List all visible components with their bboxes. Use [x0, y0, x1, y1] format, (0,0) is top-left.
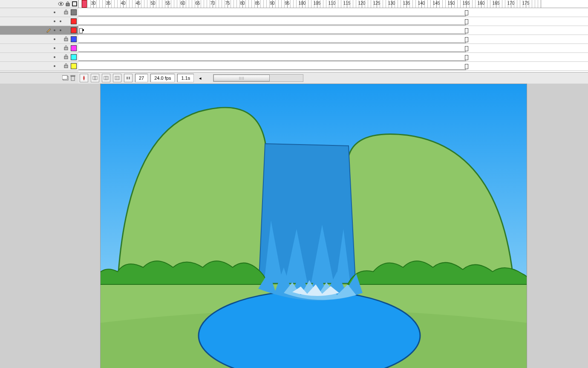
stage-area: [0, 84, 588, 368]
svg-rect-6: [64, 47, 68, 50]
svg-rect-5: [64, 38, 68, 41]
layer-color-swatch[interactable]: [71, 36, 77, 42]
visibility-dot[interactable]: [54, 38, 55, 40]
layer-row[interactable]: [0, 44, 78, 53]
frame-span: [78, 43, 466, 43]
ruler-label: 160: [478, 1, 485, 6]
ruler-label: 75: [225, 1, 230, 6]
onion-skin-outlines-button[interactable]: [102, 74, 110, 82]
timeline-scrollbar[interactable]: ||||: [213, 74, 303, 82]
ruler-label: 90: [270, 1, 274, 6]
keyframe-marker[interactable]: [465, 19, 468, 24]
ruler-label: 60: [180, 1, 185, 6]
layer-row[interactable]: [0, 62, 78, 71]
keyframe-marker[interactable]: [465, 10, 468, 15]
visibility-dot[interactable]: [54, 65, 55, 67]
trash-icon[interactable]: [70, 75, 77, 81]
svg-point-1: [60, 3, 62, 5]
frame-track[interactable]: [78, 26, 588, 35]
layer-row[interactable]: [0, 53, 78, 62]
keyframe-marker[interactable]: [465, 64, 468, 69]
svg-point-15: [83, 77, 85, 79]
layer-color-swatch[interactable]: [71, 18, 77, 24]
svg-rect-16: [93, 76, 95, 80]
layer-color-swatch[interactable]: [71, 63, 77, 69]
svg-rect-2: [66, 3, 69, 6]
timeline-ruler[interactable]: 3035404550556065707580859095100105110115…: [78, 0, 588, 8]
timeline-status-bar: 27 24.0 fps 1.1s ◂ ||||: [78, 72, 588, 84]
frame-track[interactable]: [78, 62, 588, 71]
elapsed-time-field[interactable]: 1.1s: [177, 74, 194, 82]
playhead[interactable]: [82, 0, 87, 8]
layer-color-swatch[interactable]: [71, 45, 77, 51]
ruler-label: 155: [463, 1, 470, 6]
scroll-left-button[interactable]: ◂: [196, 74, 204, 82]
ruler-label: 85: [255, 1, 259, 6]
keyframe-marker[interactable]: [79, 28, 83, 33]
bush-left: [101, 261, 267, 284]
visibility-dot[interactable]: [54, 56, 55, 58]
frame-track[interactable]: [78, 35, 588, 44]
ruler-label: 40: [121, 1, 125, 6]
ruler-label: 100: [299, 1, 306, 6]
lock-icon[interactable]: [65, 1, 71, 7]
waterfall-scene: [101, 84, 527, 368]
frame-track[interactable]: [78, 17, 588, 26]
svg-rect-7: [64, 56, 68, 59]
frame-track[interactable]: [78, 53, 588, 62]
current-frame-field[interactable]: 27: [135, 74, 148, 82]
stage-canvas[interactable]: [100, 84, 527, 368]
svg-rect-17: [95, 76, 97, 80]
keyframe-marker[interactable]: [465, 37, 468, 42]
keyframe-marker[interactable]: [465, 55, 468, 60]
lock-icon[interactable]: [64, 45, 69, 50]
eye-icon[interactable]: [58, 1, 64, 7]
layers-header: [0, 0, 78, 8]
center-playhead-button[interactable]: [80, 74, 88, 82]
new-layer-icon[interactable]: [62, 75, 69, 81]
ruler-label: 125: [373, 1, 380, 6]
layer-color-swatch[interactable]: [71, 27, 77, 33]
visibility-dot[interactable]: [54, 47, 55, 49]
layer-row[interactable]: [0, 17, 78, 26]
svg-rect-20: [115, 76, 119, 80]
visibility-dot[interactable]: [54, 29, 55, 31]
ruler-label: 170: [507, 1, 515, 6]
lock-icon[interactable]: [64, 9, 69, 14]
visibility-dot[interactable]: [54, 20, 55, 22]
layer-row[interactable]: [0, 8, 78, 17]
lock-icon[interactable]: [64, 36, 69, 41]
layers-footer: [0, 72, 78, 84]
ruler-label: 140: [418, 1, 425, 6]
frame-track[interactable]: [78, 44, 588, 53]
keyframe-marker[interactable]: [465, 28, 468, 33]
ruler-label: 80: [240, 1, 245, 6]
onion-markers-button[interactable]: [124, 74, 133, 82]
svg-rect-13: [71, 75, 75, 76]
svg-rect-12: [71, 76, 75, 81]
svg-rect-3: [72, 2, 77, 6]
layer-color-swatch[interactable]: [71, 54, 77, 60]
svg-rect-11: [62, 75, 67, 79]
lock-icon[interactable]: [64, 54, 69, 59]
lock-dot[interactable]: [60, 29, 61, 31]
layer-color-swatch[interactable]: [71, 9, 77, 15]
outline-icon[interactable]: [72, 1, 78, 7]
frame-span: [78, 70, 466, 70]
ruler-label: 50: [150, 1, 155, 6]
lock-icon[interactable]: [64, 63, 69, 68]
frame-rate-field[interactable]: 24.0 fps: [150, 74, 175, 82]
edit-multiple-frames-button[interactable]: [113, 74, 121, 82]
frame-tracks[interactable]: [78, 8, 588, 80]
frame-track[interactable]: [78, 8, 588, 17]
onion-skin-button[interactable]: [91, 74, 99, 82]
ruler-label: 65: [195, 1, 200, 6]
ruler-label: 130: [388, 1, 395, 6]
keyframe-marker[interactable]: [465, 46, 468, 51]
lock-dot[interactable]: [60, 20, 61, 22]
layer-row[interactable]: [0, 35, 78, 44]
visibility-dot[interactable]: [54, 12, 55, 13]
ruler-label: 115: [343, 1, 351, 6]
scrollbar-thumb[interactable]: ||||: [213, 75, 270, 81]
layer-row[interactable]: [0, 26, 78, 35]
